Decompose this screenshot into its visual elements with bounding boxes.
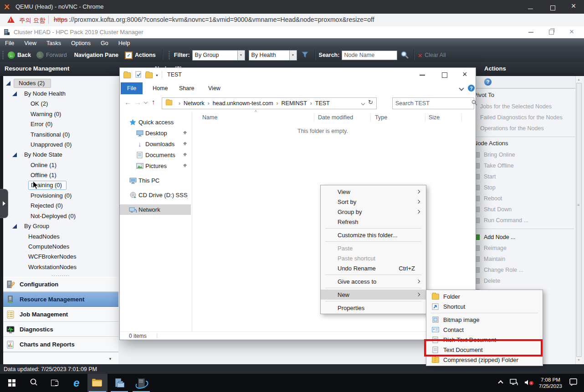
scroll-up-icon[interactable]: ▲ bbox=[577, 78, 580, 81]
action-start[interactable]: Start bbox=[471, 171, 576, 182]
chrome-urlbar[interactable]: ! 주의 요함 https ://proxmox.kofta.org:8006/… bbox=[0, 14, 584, 27]
action-take-offline[interactable]: Take Offline bbox=[471, 160, 576, 171]
tab-home[interactable]: Home bbox=[146, 82, 174, 94]
submenu-bitmap-image[interactable]: Bitmap image bbox=[426, 315, 543, 325]
nav-button-resource-management[interactable]: Resource Management bbox=[3, 292, 118, 307]
action-failed-diagnostics[interactable]: Failed Diagnostics for the Nodes bbox=[471, 112, 576, 123]
volume-muted-icon[interactable]: × bbox=[524, 379, 533, 387]
refresh-icon[interactable]: ↻ bbox=[368, 99, 373, 106]
nav-button-charts-and-reports[interactable]: Charts and Reports bbox=[3, 337, 118, 352]
nav-back-icon[interactable]: ← bbox=[124, 98, 131, 106]
actions-toggle[interactable]: ✓ Actions bbox=[125, 51, 156, 59]
clear-all-button[interactable]: × Clear All bbox=[418, 51, 446, 59]
actions-scrollbar[interactable]: ▲ ≡ ▼ bbox=[575, 76, 582, 364]
nav-up-icon[interactable]: ↑ bbox=[152, 98, 155, 106]
action-add-node[interactable]: Add Node ... bbox=[471, 232, 576, 243]
address-bar[interactable]: › Network › head.unknown-test.com › REMI… bbox=[162, 97, 377, 109]
filter-group-dropdown[interactable]: By Group ▼ bbox=[192, 50, 245, 61]
column-type[interactable]: Type bbox=[375, 114, 387, 121]
file-explorer-button[interactable] bbox=[87, 374, 108, 392]
tab-share[interactable]: Share bbox=[173, 82, 200, 94]
tree-item-offline[interactable]: Offline (1) bbox=[3, 170, 118, 180]
qat-dropdown-icon[interactable]: ▼ bbox=[155, 74, 159, 77]
action-jobs-for-selected-nodes[interactable]: Jobs for the Selected Nodes bbox=[471, 101, 576, 112]
nav-button-configuration[interactable]: Configuration bbox=[3, 277, 118, 292]
nav-history-chevron-icon[interactable] bbox=[144, 100, 148, 104]
explorer-minimize-button[interactable] bbox=[420, 75, 425, 76]
tree-item-not-deployed[interactable]: Not-Deployed (0) bbox=[3, 211, 118, 221]
panel-splitter[interactable]: ......... bbox=[3, 274, 118, 276]
tree-item-nodes[interactable]: Nodes (2) bbox=[3, 78, 118, 88]
tree-item-wcfbrokernodes[interactable]: WCFBrokerNodes bbox=[3, 252, 118, 262]
search-magnifier-icon[interactable] bbox=[400, 51, 409, 60]
taskbar-search-button[interactable] bbox=[24, 374, 44, 392]
context-paste[interactable]: Paste bbox=[321, 243, 426, 253]
explorer-search-input[interactable] bbox=[393, 100, 471, 107]
panel-collapse-handle[interactable] bbox=[0, 189, 8, 218]
chrome-maximize-button[interactable] bbox=[549, 4, 556, 12]
pin-icon[interactable] bbox=[183, 163, 187, 169]
forward-button[interactable]: → Forward bbox=[36, 51, 67, 59]
hpc-minimize-button[interactable] bbox=[528, 32, 533, 33]
sidebar-item-documents[interactable]: Documents bbox=[120, 150, 191, 160]
context-group-by[interactable]: Group by bbox=[321, 207, 426, 217]
server-manager-button[interactable] bbox=[109, 374, 129, 392]
address-dropdown-chevron-icon[interactable] bbox=[361, 102, 365, 105]
scrollbar-thumb[interactable] bbox=[576, 83, 582, 357]
column-size[interactable]: Size bbox=[429, 114, 440, 121]
explorer-close-button[interactable]: × bbox=[462, 70, 467, 79]
action-reimage[interactable]: Reimage bbox=[471, 243, 576, 254]
breadcrumb-test[interactable]: TEST bbox=[315, 100, 330, 107]
column-divider[interactable] bbox=[461, 113, 462, 122]
sidebar-item-quick-access[interactable]: Quick access bbox=[120, 117, 191, 127]
network-tray-icon[interactable] bbox=[510, 379, 518, 387]
sidebar-item-cd-drive[interactable]: CD Drive (D:) SSS_X64 bbox=[120, 190, 191, 200]
menu-help[interactable]: Help bbox=[113, 40, 135, 46]
dropdown-arrow-icon[interactable]: ▼ bbox=[237, 51, 245, 60]
tray-clock[interactable]: 7:08 PM 7/25/2023 bbox=[539, 377, 562, 389]
context-view[interactable]: View bbox=[321, 187, 426, 197]
explorer-maximize-button[interactable] bbox=[442, 72, 447, 78]
tree-item-error[interactable]: Error (0) bbox=[3, 119, 118, 129]
internet-explorer-button[interactable]: e bbox=[67, 374, 87, 392]
submenu-shortcut[interactable]: Shortcut bbox=[426, 301, 543, 311]
tree-item-rejected[interactable]: Rejected (0) bbox=[3, 201, 118, 211]
menu-view[interactable]: View bbox=[19, 40, 41, 46]
breadcrumb-network[interactable]: Network bbox=[184, 100, 205, 107]
sidebar-item-network[interactable]: Network bbox=[120, 204, 191, 215]
action-run-command[interactable]: Run Command ... bbox=[471, 215, 576, 226]
submenu-folder[interactable]: Folder bbox=[426, 291, 543, 301]
tree-item-computenodes[interactable]: ComputeNodes bbox=[3, 241, 118, 251]
tree-expander-icon[interactable] bbox=[12, 153, 17, 157]
action-delete[interactable]: Delete bbox=[471, 275, 576, 286]
pin-icon[interactable] bbox=[183, 130, 187, 137]
menu-go[interactable]: Go bbox=[96, 40, 113, 46]
nav-forward-icon[interactable]: → bbox=[134, 98, 141, 106]
tree-item-online[interactable]: Online (1) bbox=[3, 160, 118, 170]
dropdown-arrow-icon[interactable]: ▼ bbox=[289, 51, 297, 60]
hpc-restore-button[interactable] bbox=[549, 30, 554, 35]
tree-item-by-node-state[interactable]: By Node State bbox=[3, 150, 118, 160]
pin-icon[interactable] bbox=[183, 152, 187, 158]
tree-item-draining[interactable]: Draining (0) bbox=[3, 180, 118, 190]
nav-button-job-management[interactable]: Job Management bbox=[3, 307, 118, 322]
column-divider[interactable] bbox=[370, 113, 371, 122]
ribbon-expand-chevron-icon[interactable] bbox=[459, 86, 464, 91]
menu-file[interactable]: File bbox=[0, 40, 19, 46]
tree-item-by-group[interactable]: By Group bbox=[3, 221, 118, 231]
filter-health-dropdown[interactable]: By Health ▼ bbox=[249, 50, 297, 61]
sidebar-divider[interactable] bbox=[192, 112, 192, 332]
action-bring-online[interactable]: Bring Online bbox=[471, 149, 576, 160]
tree-item-by-node-health[interactable]: By Node Health bbox=[3, 88, 118, 98]
action-reboot[interactable]: Reboot bbox=[471, 193, 576, 204]
context-undo-rename[interactable]: Undo RenameCtrl+Z bbox=[321, 263, 426, 273]
tree-item-workstationnodes[interactable]: WorkstationNodes bbox=[3, 262, 118, 272]
menu-tasks[interactable]: Tasks bbox=[41, 40, 66, 46]
action-maintain[interactable]: Maintain bbox=[471, 254, 576, 265]
node-search-input[interactable] bbox=[342, 51, 397, 60]
tree-expander-icon[interactable] bbox=[12, 224, 17, 229]
tree-item-transitional[interactable]: Transitional (0) bbox=[3, 129, 118, 139]
nav-overflow-dropdown[interactable]: ▼ bbox=[3, 352, 118, 365]
nav-button-diagnostics[interactable]: Diagnostics bbox=[3, 322, 118, 337]
tree-item-ok[interactable]: OK (2) bbox=[3, 99, 118, 109]
